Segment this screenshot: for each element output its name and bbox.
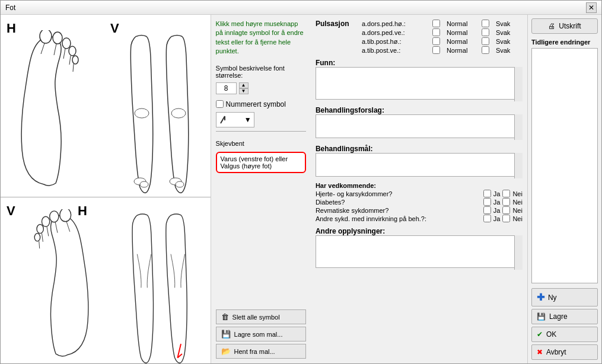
behandlingsmal-scrollbar[interactable] <box>514 153 523 178</box>
puls-label-4: a.tib.post.ve.: <box>362 47 430 54</box>
puls-1-normal-cb[interactable] <box>432 20 440 27</box>
avbryt-button[interactable]: ✖ Avbryt <box>531 344 598 360</box>
puls-4-normal-cb[interactable] <box>432 46 440 54</box>
label-v-top: V <box>110 21 119 36</box>
behandlingsforslag-scrollbar[interactable] <box>514 114 523 140</box>
puls-3-svak-cb[interactable] <box>482 37 489 45</box>
tidligere-box <box>531 48 598 283</box>
hv-1-ja-cb[interactable] <box>483 190 491 197</box>
pulsasjon-section: Pulsasjon a.dors.ped.hø.: Normal Svak a.… <box>316 20 523 54</box>
hv-row-3: Revmatiske sykdommer? Ja Nei <box>316 206 523 214</box>
hv-4-ja-cb[interactable] <box>483 215 491 222</box>
hv-1-nei-cb[interactable] <box>502 190 510 197</box>
puls-label-3: a.tib.post.hø.: <box>362 38 430 45</box>
behandlingsforslag-textarea[interactable] <box>316 114 523 138</box>
symbol-dropdown[interactable]: ▼ <box>216 112 254 127</box>
spinner-up[interactable]: ▲ <box>239 82 249 88</box>
svg-line-23 <box>47 226 49 236</box>
pulsasjon-title: Pulsasjon <box>316 20 357 28</box>
right-panel: Pulsasjon a.dors.ped.hø.: Normal Svak a.… <box>311 15 527 363</box>
behandlingsmal-title: Behandlingsmål: <box>316 145 523 153</box>
varus-box[interactable]: Varus (venstre fot) eller Valgus (høyre … <box>216 152 306 173</box>
funn-scrollbar[interactable] <box>514 67 523 101</box>
tidligere-label: Tidligere endringer <box>531 39 598 46</box>
hv-2-nei-cb[interactable] <box>502 198 510 206</box>
hv-ja-label-1: Ja <box>493 190 501 197</box>
svg-point-17 <box>50 211 59 222</box>
svg-point-19 <box>37 225 43 234</box>
hv-nei-label-4: Nei <box>512 215 523 222</box>
font-size-input[interactable] <box>216 82 237 94</box>
hv-2-ja-cb[interactable] <box>483 198 491 206</box>
svg-line-24 <box>42 234 43 242</box>
drawings-top: H V <box>1 15 211 197</box>
puls-1-svak-cb[interactable] <box>482 20 489 27</box>
lagre-mal-button[interactable]: 💾 Lagre som mal... <box>216 327 306 341</box>
numbered-symbol-row: Nummerert symbol <box>216 100 306 108</box>
hv-4-nei-cb[interactable] <box>502 215 510 222</box>
numbered-symbol-label: Nummerert symbol <box>226 100 286 108</box>
hv-3-nei-cb[interactable] <box>502 206 510 214</box>
andre-container <box>316 235 523 270</box>
svg-point-16 <box>60 209 71 222</box>
svg-point-3 <box>69 46 76 56</box>
pulsasjon-grid: a.dors.ped.hø.: Normal Svak a.dors.ped.v… <box>362 20 523 54</box>
hv-row-1: Hjerte- og karsykdommer? Ja Nei <box>316 190 523 197</box>
ok-icon: ✔ <box>537 330 543 339</box>
svg-point-2 <box>62 38 71 49</box>
svg-line-8 <box>69 56 71 65</box>
puls-3-normal-cb[interactable] <box>432 37 440 45</box>
svg-point-4 <box>72 56 78 64</box>
legs-top <box>119 30 202 193</box>
svg-point-0 <box>40 30 52 43</box>
puls-normal-1: Normal <box>447 20 479 27</box>
puls-svak-1: Svak <box>496 20 523 27</box>
lagre-button[interactable]: 💾 Lagre <box>531 309 598 324</box>
main-window: Fot ✕ H V <box>0 0 602 364</box>
behandlingsmal-textarea[interactable] <box>316 153 523 177</box>
andre-textarea[interactable] <box>316 235 523 268</box>
andre-scrollbar[interactable] <box>514 235 523 270</box>
svg-point-11 <box>171 108 186 118</box>
har-vedkommende-section: Har vedkommende: Hjerte- og karsykdommer… <box>316 182 523 222</box>
behandlingsforslag-title: Behandlingsforslag: <box>316 106 523 114</box>
sidebar-buttons: ✚ Ny 💾 Lagre ✔ OK ✖ Avbryt <box>531 288 598 360</box>
label-h-bot: H <box>78 203 87 219</box>
slett-button[interactable]: 🗑 Slett alle symbol <box>216 309 306 324</box>
divider-1 <box>216 131 306 132</box>
hv-title: Har vedkommende: <box>316 182 523 189</box>
hv-3-ja-cb[interactable] <box>483 206 491 214</box>
avbryt-icon: ✖ <box>537 348 543 356</box>
hv-checks-1: Ja Nei <box>483 190 523 197</box>
close-button[interactable]: ✕ <box>586 2 597 13</box>
funn-textarea[interactable] <box>316 67 523 100</box>
puls-4-svak-cb[interactable] <box>482 46 489 54</box>
hv-checks-3: Ja Nei <box>483 206 523 214</box>
varus-text: Varus (venstre fot) eller Valgus (høyre … <box>221 155 288 170</box>
utskrift-button[interactable]: 🖨 Utskrift <box>531 18 598 34</box>
behandlingsforslag-section: Behandlingsforslag: <box>316 104 523 140</box>
hent-fra-button[interactable]: 📂 Hent fra mal... <box>216 344 306 359</box>
andre-opplysninger-title: Andre opplysninger: <box>316 227 523 235</box>
hv-row-2: Diabetes? Ja Nei <box>316 198 523 206</box>
svg-point-13 <box>140 181 148 187</box>
puls-2-normal-cb[interactable] <box>432 28 440 36</box>
svg-line-7 <box>63 49 65 59</box>
controls-area: Klikk med høyre museknapp på innlagte sy… <box>211 15 311 363</box>
spinner-down[interactable]: ▼ <box>239 88 249 94</box>
instruction-text: Klikk med høyre museknapp på innlagte sy… <box>216 20 306 56</box>
window-title: Fot <box>5 4 15 12</box>
skjevbent-label: Skjevbent <box>216 140 306 147</box>
funn-title: Funn: <box>316 59 523 67</box>
puls-2-svak-cb[interactable] <box>482 28 489 36</box>
label-h-top: H <box>7 21 16 36</box>
hv-nei-label-2: Nei <box>512 199 523 206</box>
hv-nei-label-3: Nei <box>512 207 523 214</box>
numbered-symbol-checkbox[interactable] <box>216 100 224 108</box>
ny-button[interactable]: ✚ Ny <box>531 288 598 306</box>
ok-button[interactable]: ✔ OK <box>531 327 598 342</box>
save-icon: 💾 <box>221 330 231 339</box>
puls-normal-2: Normal <box>447 29 479 36</box>
funn-section: Funn: <box>316 56 523 101</box>
hv-checks-2: Ja Nei <box>483 198 523 206</box>
